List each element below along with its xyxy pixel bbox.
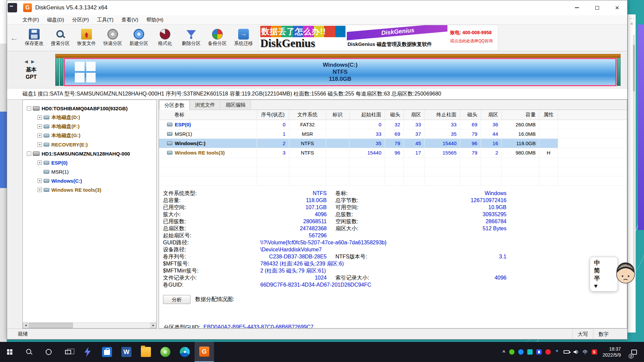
ime-emoji-heart-icon[interactable]: ♥ [594, 282, 618, 290]
tray-qq-icon[interactable] [536, 349, 542, 355]
snowflake-tray-icon[interactable]: * [554, 349, 560, 355]
expand-toggle-icon[interactable]: - [27, 106, 31, 111]
expand-toggle-icon[interactable]: + [38, 133, 42, 138]
ad-banner[interactable]: 数据丢了怎么办!! DiskGenius DiskGenius DiskGeni… [259, 25, 498, 51]
menu-view[interactable]: 查看(V) [118, 15, 142, 24]
column-header[interactable]: 扇区 [404, 110, 425, 120]
green-browser-button[interactable]: e [156, 342, 175, 362]
cortana-button[interactable] [39, 342, 58, 362]
tree-item[interactable]: + 本地磁盘(F:) [23, 122, 156, 131]
tree-item[interactable]: + 本地磁盘(G:) [23, 131, 156, 140]
expand-toggle-icon[interactable]: + [38, 124, 42, 129]
tab-sector-editor[interactable]: 扇区编辑 [220, 100, 251, 110]
tray-green-app-icon[interactable] [509, 349, 515, 355]
task-view-button[interactable] [58, 342, 78, 362]
action-center-button[interactable]: 2 [627, 342, 641, 362]
hidden-icons-chevron[interactable]: ^ [502, 349, 505, 355]
menu-help[interactable]: 帮助(H) [143, 15, 167, 24]
close-button[interactable]: × [607, 0, 627, 15]
recover-files-button[interactable]: 恢复文件 [73, 25, 100, 50]
diskgenius-taskbar-button[interactable]: G [195, 342, 214, 362]
word-app-button[interactable]: W [117, 342, 136, 362]
ime-status-box[interactable]: 中 简 半 ♥ [590, 257, 618, 292]
partition-block-windows-c[interactable]: Windows(C:) NTFS 118.0GB [64, 58, 616, 86]
delete-partition-button[interactable]: 删除分区 [178, 25, 204, 50]
column-header[interactable]: 磁头 [460, 110, 481, 120]
ime-simplified-indicator[interactable]: 简 [594, 267, 618, 275]
ime-floating-widget[interactable]: 中 简 半 ♥ [590, 257, 637, 292]
partition-nav-left-icon[interactable]: ◀ [24, 59, 31, 64]
lightning-app-button[interactable] [78, 342, 97, 362]
minimize-button[interactable] [567, 0, 587, 15]
table-row[interactable]: Windows(C:) 2 NTFS 35 79 45 15440 96 16 … [159, 139, 627, 148]
ad-qq-hint[interactable]: 或点击此处选择QQ咨询 [450, 38, 496, 44]
column-header[interactable]: 序号(状态) [257, 110, 289, 120]
scrollbar-thumb[interactable] [29, 323, 73, 328]
tray-red-app-icon[interactable] [545, 349, 551, 355]
column-header[interactable]: 磁头 [385, 110, 404, 120]
expand-toggle-icon[interactable]: + [38, 161, 42, 165]
table-row[interactable]: Windows RE tools(3) 3 NTFS 15440 96 17 1… [159, 148, 627, 158]
tray-teal-app-icon[interactable] [527, 349, 533, 355]
tree-item[interactable]: - HD0:TOSHIBAMQ04ABF100(932GB) [23, 104, 156, 113]
menu-disk[interactable]: 磁盘(D) [44, 15, 67, 24]
quick-partition-button[interactable]: 快速分区 [100, 25, 126, 50]
expand-toggle-icon[interactable]: - [27, 152, 31, 156]
partition-block-esp[interactable] [55, 58, 59, 86]
maximize-button[interactable] [587, 0, 607, 15]
store-app-button[interactable] [97, 342, 117, 362]
battery-icon[interactable] [564, 350, 570, 354]
save-changes-button[interactable]: 保存更改 [21, 25, 47, 50]
column-header[interactable]: 标识 [326, 110, 350, 120]
red-s-tray-icon[interactable]: S [592, 349, 597, 355]
expand-toggle-icon[interactable]: + [38, 188, 42, 192]
tree-horizontal-scrollbar[interactable]: ◀ ▶ [23, 322, 156, 328]
partition-block-re-tools[interactable] [617, 58, 621, 86]
ad-contact[interactable]: 致电: 400-008-9958 或点击此处选择QQ咨询 [447, 25, 498, 51]
menu-file[interactable]: 文件(F) [19, 15, 42, 24]
tree-item[interactable]: + Windows(C:) [23, 176, 156, 185]
expand-toggle-icon[interactable]: + [38, 142, 42, 147]
tree-item[interactable]: - HD1:SAMSUNGMZNLN128HAHQ-000 [23, 149, 156, 158]
ime-halfwidth-indicator[interactable]: 半 [594, 275, 618, 282]
tree-item[interactable]: + 本地磁盘(D:) [23, 113, 156, 122]
start-button[interactable] [0, 342, 19, 362]
table-row[interactable]: ESP(0) 0 FAT32 0 32 33 33 69 36 260.0MB [159, 120, 627, 129]
ime-chinese-indicator[interactable]: 中 [594, 259, 618, 267]
ime-language-indicator[interactable]: 中 [583, 349, 588, 355]
column-header[interactable]: 卷标 [159, 110, 257, 120]
speaker-icon[interactable] [573, 350, 579, 354]
taskbar-search-button[interactable] [19, 342, 39, 362]
tree-item[interactable]: + RECOVERY(E:) [23, 140, 156, 149]
analyze-button[interactable]: 分析 [163, 295, 191, 304]
partition-nav-right-icon[interactable]: ▶ [31, 59, 38, 64]
format-button[interactable]: 格式化 [152, 25, 178, 50]
column-header[interactable]: 起始柱面 [350, 110, 385, 120]
taskbar-clock[interactable]: 18:37 2022/5/9 [601, 346, 623, 358]
column-header[interactable]: 扇区 [481, 110, 502, 120]
expand-toggle-icon[interactable]: + [38, 179, 42, 183]
tab-partition-parameters[interactable]: 分区参数 [159, 100, 190, 110]
edge-browser-button[interactable] [175, 342, 195, 362]
search-partition-button[interactable]: 搜索分区 [47, 25, 73, 50]
column-header[interactable]: 文件系统 [289, 110, 326, 120]
column-header[interactable]: 终止柱面 [425, 110, 460, 120]
menu-partition[interactable]: 分区(P) [69, 15, 92, 24]
tray-blue-app-icon[interactable] [518, 349, 524, 355]
tree-item[interactable]: + ESP(0) [23, 158, 156, 167]
tab-browse-files[interactable]: 浏览文件 [190, 100, 220, 110]
scroll-left-icon[interactable]: ◀ [23, 323, 29, 328]
column-header[interactable]: 容量 [502, 110, 539, 120]
system-migration-button[interactable]: 系统迁移 [230, 25, 257, 50]
column-header[interactable]: 属性 [539, 110, 558, 120]
table-row[interactable]: MSR(1) 1 MSR 33 69 37 35 79 44 16.0MB [159, 129, 627, 139]
menu-tools[interactable]: 工具(T) [94, 15, 117, 24]
partition-block-msr[interactable] [60, 58, 63, 86]
back-arrow-icon[interactable]: ← [7, 33, 21, 43]
expand-toggle-icon[interactable]: + [38, 115, 42, 120]
tree-item[interactable]: MSR(1) [23, 167, 156, 176]
scroll-right-icon[interactable]: ▶ [151, 323, 156, 328]
backup-partition-button[interactable]: 备份分区 [204, 25, 230, 50]
tree-item[interactable]: + Windows RE tools(3) [23, 185, 156, 194]
file-explorer-button[interactable] [136, 342, 156, 362]
